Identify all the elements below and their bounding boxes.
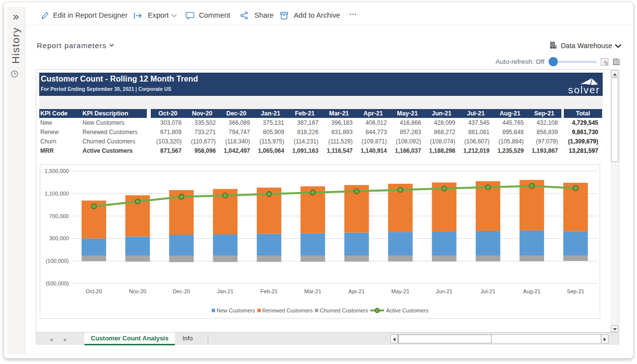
svg-text:New Customers: New Customers	[217, 308, 255, 313]
svg-text:Nov-20: Nov-20	[129, 288, 146, 294]
svg-text:May-21: May-21	[391, 288, 410, 294]
svg-text:Jan-21: Jan-21	[217, 288, 234, 294]
svg-text:300,000: 300,000	[49, 235, 69, 241]
svg-text:700,000: 700,000	[49, 213, 69, 219]
svg-text:Feb-21: Feb-21	[260, 288, 277, 294]
svg-text:Renewed Customers: Renewed Customers	[262, 308, 313, 313]
svg-text:Aug-21: Aug-21	[523, 288, 540, 294]
svg-text:Jul-21: Jul-21	[481, 288, 496, 294]
svg-text:(500,000): (500,000)	[46, 280, 69, 286]
svg-text:Sep-21: Sep-21	[567, 288, 584, 294]
svg-text:Active Customers: Active Customers	[386, 308, 429, 313]
svg-text:Apr-21: Apr-21	[349, 288, 365, 294]
svg-text:Dec-20: Dec-20	[173, 288, 190, 294]
svg-text:1,500,000: 1,500,000	[45, 168, 69, 174]
svg-text:Oct-20: Oct-20	[86, 288, 102, 294]
svg-text:(100,000): (100,000)	[46, 258, 69, 264]
svg-text:1,100,000: 1,100,000	[45, 191, 69, 196]
svg-text:Jun-21: Jun-21	[436, 288, 453, 294]
svg-text:Mar-21: Mar-21	[304, 288, 321, 294]
svg-text:Churned Customers: Churned Customers	[320, 308, 368, 313]
